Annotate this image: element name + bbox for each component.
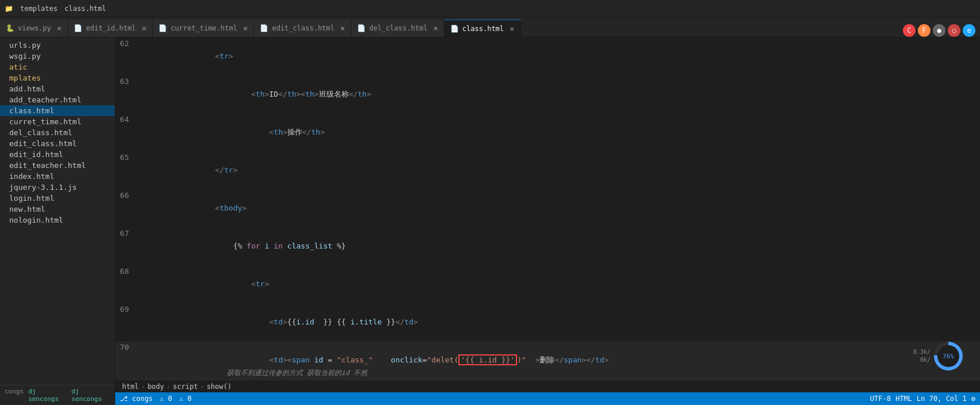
tab-label-edit-id: edit_id.html: [86, 24, 136, 32]
tab-edit-id-html[interactable]: 📄 edit_id.html ×: [68, 20, 153, 37]
status-encoding[interactable]: UTF-8: [870, 395, 891, 403]
folder-label-class[interactable]: class.html: [64, 5, 106, 13]
code-line-65: 65 </tr>: [115, 151, 980, 189]
line-fold-66: [138, 189, 147, 227]
code-line-64: 64 <th>操作</th>: [115, 113, 980, 151]
status-position[interactable]: Ln 70, Col 1: [917, 395, 967, 403]
sidebar-item-curret-time-html[interactable]: curret_time.html: [0, 116, 115, 127]
status-branch[interactable]: ⎇ congs: [120, 395, 153, 403]
line-num-66: 66: [115, 189, 138, 227]
line-num-63: 63: [115, 75, 138, 113]
tab-close-edit-id[interactable]: ×: [142, 24, 146, 33]
breadcrumb-sep-1: ›: [141, 383, 145, 391]
tab-icon-curret-time: 📄: [158, 24, 167, 32]
ext-icon-5[interactable]: e: [963, 24, 975, 37]
line-num-68: 68: [115, 265, 138, 303]
sidebar-item-jquery-js[interactable]: jquery-3.1.1.js: [0, 182, 115, 193]
sidebar-bottom: congs dj sencongs dj sencongs: [0, 385, 115, 405]
sidebar-item-edit-class-html[interactable]: edit_class.html: [0, 138, 115, 149]
line-code-70: <td><span id = "class_" onclick="delet('…: [147, 341, 980, 380]
title-left: 📁 templates class.html: [5, 5, 106, 13]
breadcrumb-html[interactable]: html: [122, 383, 139, 391]
ext-icon-4[interactable]: ○: [948, 24, 960, 37]
line-num-70: 70: [115, 341, 138, 380]
sidebar: urls.py wsgi.py atic mplates add.html ad…: [0, 37, 115, 405]
code-editor[interactable]: 62 <tr> 63 <th>ID</th><th>班级名称</th>: [115, 37, 980, 380]
breadcrumb-script[interactable]: script: [173, 383, 197, 391]
line-code-63: <th>ID</th><th>班级名称</th>: [147, 75, 980, 113]
code-line-68: 68 <tr>: [115, 265, 980, 303]
tab-icon-class: 📄: [450, 25, 459, 33]
code-line-70: 70 <td><span id = "class_" onclick="dele…: [115, 341, 980, 380]
sidebar-item-login-html[interactable]: login.html: [0, 193, 115, 204]
tab-curret-time-html[interactable]: 📄 curret_time.html ×: [153, 20, 254, 37]
tab-del-class-html[interactable]: 📄 del_class.html ×: [351, 20, 445, 37]
breadcrumb-body[interactable]: body: [147, 383, 164, 391]
tab-close-edit-class[interactable]: ×: [340, 24, 345, 33]
tab-icon-edit-id: 📄: [74, 24, 82, 32]
sidebar-item-atic[interactable]: atic: [0, 62, 115, 72]
sidebar-item-urls-py[interactable]: urls.py: [0, 40, 115, 51]
progress-row: 0.3k/ 0k/ 76%: [913, 342, 963, 370]
sidebar-item-add-teacher-html[interactable]: add_teacher.html: [0, 94, 115, 105]
ext-icon-firefox[interactable]: F: [918, 24, 930, 37]
tab-edit-class-html[interactable]: 📄 edit_class.html ×: [254, 20, 351, 37]
tab-close-del-class[interactable]: ×: [433, 24, 438, 33]
tab-label-del-class: del_class.html: [369, 24, 427, 32]
line-fold-65: [138, 151, 147, 189]
breadcrumb-show[interactable]: show(): [207, 383, 231, 391]
ext-icon-3[interactable]: ●: [933, 24, 945, 37]
sidebar-bottom-congs: congs: [5, 388, 24, 403]
breadcrumb-sep-2: ›: [166, 383, 170, 391]
sidebar-item-edit-teacher-html[interactable]: edit_teacher.html: [0, 160, 115, 171]
progress-label: 76%: [943, 353, 954, 360]
line-fold-62: [138, 37, 147, 75]
status-settings-icon[interactable]: ⚙: [971, 395, 975, 403]
line-num-64: 64: [115, 113, 138, 151]
sidebar-item-mplates[interactable]: mplates: [0, 72, 115, 83]
line-fold-69: [138, 303, 147, 341]
code-table: 62 <tr> 63 <th>ID</th><th>班级名称</th>: [115, 37, 980, 380]
status-errors[interactable]: ⚠ 0: [159, 395, 172, 403]
status-bar-left: ⎇ congs ⚠ 0 ⚠ 0: [120, 395, 192, 403]
line-code-69: <td>{{i.id }} {{ i.title }}</td>: [147, 303, 980, 341]
stat1: 0.3k/: [913, 348, 930, 356]
progress-circle[interactable]: 76%: [934, 342, 963, 370]
tab-label-edit-class: edit_class.html: [272, 24, 334, 32]
status-bar: ⎇ congs ⚠ 0 ⚠ 0 UTF-8 HTML Ln 70, Col 1 …: [115, 392, 980, 405]
tab-class-html[interactable]: 📄 class.html ×: [445, 20, 521, 37]
line-fold-68: [138, 265, 147, 303]
tab-views-py[interactable]: 🐍 views.py ×: [0, 20, 68, 37]
sidebar-item-add-html[interactable]: add.html: [0, 83, 115, 94]
line-fold-64: [138, 113, 147, 151]
tab-close-curret-time[interactable]: ×: [243, 24, 248, 33]
line-code-66: <tbody>: [147, 189, 980, 227]
ext-icon-chrome[interactable]: C: [903, 24, 916, 37]
code-line-69: 69 <td>{{i.id }} {{ i.title }}</td>: [115, 303, 980, 341]
status-language[interactable]: HTML: [895, 395, 912, 403]
line-num-62: 62: [115, 37, 138, 75]
tab-label-class: class.html: [462, 25, 504, 33]
sidebar-item-class-html[interactable]: class.html: [0, 105, 115, 116]
status-warnings[interactable]: ⚠ 0: [179, 395, 192, 403]
tab-close-views-py[interactable]: ×: [57, 24, 62, 33]
tab-bar: 🐍 views.py × 📄 edit_id.html × 📄 curret_t…: [0, 17, 980, 37]
sidebar-item-del-class-html[interactable]: del_class.html: [0, 127, 115, 138]
sidebar-bottom-dj1: dj sencongs: [28, 388, 67, 403]
tab-icon-edit-class: 📄: [260, 24, 268, 32]
line-num-67: 67: [115, 227, 138, 265]
folder-label-templates[interactable]: templates: [20, 5, 58, 13]
progress-inner: 76%: [937, 345, 959, 367]
sidebar-item-wsgi-py[interactable]: wsgi.py: [0, 51, 115, 62]
tab-close-class[interactable]: ×: [510, 24, 514, 33]
breadcrumb-bar: html › body › script › show(): [115, 380, 980, 392]
code-line-67: 67 {% for i in class_list %}: [115, 227, 980, 265]
sidebar-item-edit-id-html[interactable]: edit_id.html: [0, 149, 115, 160]
sidebar-item-index-html[interactable]: index.html: [0, 171, 115, 182]
title-bar: 📁 templates class.html: [0, 0, 980, 17]
line-code-68: <tr>: [147, 265, 980, 303]
line-fold-70: [138, 341, 147, 380]
sidebar-item-new-html[interactable]: new.html: [0, 204, 115, 215]
extension-icons-area: C F ● ○ e: [903, 24, 980, 37]
sidebar-item-nologin-html[interactable]: nologin.html: [0, 215, 115, 226]
